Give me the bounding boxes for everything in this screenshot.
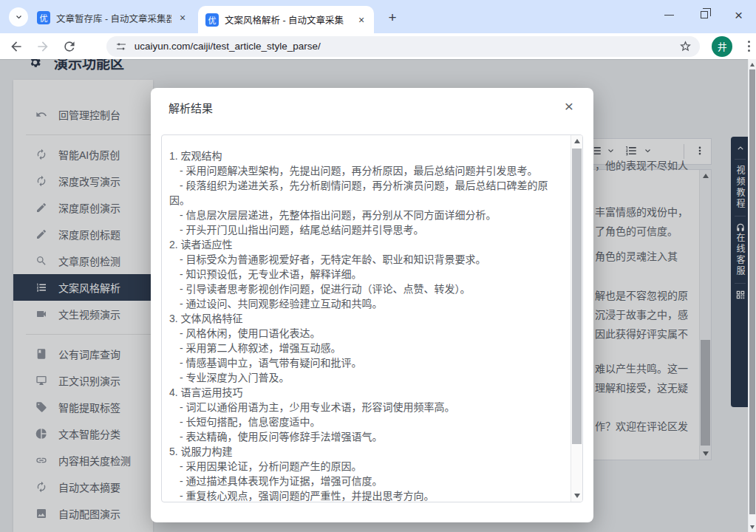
parse-result-line: 4. 语言运用技巧 (169, 385, 565, 400)
site-favicon: 优 (205, 13, 219, 27)
parse-result-line: - 知识预设低，无专业术语，解释详细。 (169, 267, 565, 282)
tab-strip: 优 文章暂存库 - 自动文章采集器-优 × 优 文案风格解析 - 自动文章采集 … (0, 0, 756, 33)
parse-result-text: 1. 宏观结构 - 采用问题解决型架构，先提出问题，再分析原因，最后总结问题并引… (162, 135, 571, 502)
bookmark-star-icon[interactable] (678, 39, 692, 53)
restore-button[interactable] (687, 0, 721, 30)
parse-result-line: - 段落组织为递进关系，先分析剧情问题，再分析演员问题，最后总结口碑差的原因。 (169, 178, 565, 208)
scroll-up-icon[interactable] (571, 135, 582, 147)
parse-result-line: - 引导读者思考影视创作问题，促进行动（评论、点赞、转发）。 (169, 282, 565, 296)
dialog-title: 解析结果 (168, 100, 213, 115)
dialog-scrollbar[interactable] (571, 135, 582, 502)
browser-menu-button[interactable] (741, 38, 756, 55)
close-icon: × (735, 8, 743, 22)
dialog-close-button[interactable]: × (559, 97, 579, 116)
url-input[interactable]: ucaiyun.com/caiji/test_article_style_par… (134, 41, 678, 52)
parse-result-line: - 采用问题解决型架构，先提出问题，再分析原因，最后总结问题并引发思考。 (169, 163, 565, 178)
new-tab-button[interactable]: + (383, 8, 402, 27)
parse-result-line: - 通过描述具体表现作为证据，增强可信度。 (169, 474, 565, 488)
page-scrollbar[interactable] (748, 59, 756, 532)
site-settings-icon[interactable] (115, 41, 127, 52)
parse-result-line: - 信息层次层层递进，先整体指出问题，再分别从不同方面详细分析。 (169, 208, 565, 222)
parse-result-line: 3. 文体风格特征 (169, 311, 565, 326)
forward-button[interactable] (35, 39, 50, 54)
parse-result-line: - 表达精确，使用反问等修辞手法增强语气。 (169, 429, 565, 444)
parse-result-line: - 风格休闲，使用口语化表达。 (169, 326, 565, 341)
reload-button[interactable] (62, 39, 77, 54)
parse-result-line: - 采用因果论证，分析问题产生的原因。 (169, 459, 565, 474)
profile-avatar[interactable]: 井 (712, 36, 732, 57)
parse-result-line: - 情感基调中立，语气带有疑问和批评。 (169, 355, 565, 370)
tab-article-store[interactable]: 优 文章暂存库 - 自动文章采集器-优 × (30, 7, 195, 28)
close-button[interactable]: × (721, 0, 756, 30)
parse-result-line: - 开头开门见山指出问题，结尾总结问题并引导思考。 (169, 222, 565, 237)
parse-result-line: - 重复核心观点，强调问题的严重性，并提出思考方向。 (169, 488, 565, 502)
tab-close-icon[interactable]: × (355, 13, 368, 27)
parse-result-box: 1. 宏观结构 - 采用问题解决型架构，先提出问题，再分析原因，最后总结问题并引… (161, 134, 583, 502)
tab-search-button[interactable] (9, 7, 28, 27)
scrollbar-thumb[interactable] (572, 149, 582, 444)
browser-window: 优 文章暂存库 - 自动文章采集器-优 × 优 文案风格解析 - 自动文章采集 … (0, 0, 756, 532)
parse-result-line: 2. 读者适应性 (169, 237, 565, 252)
minimize-button[interactable] (652, 0, 687, 30)
parse-result-line: - 目标受众为普通影视爱好者，无特定年龄、职业和知识背景要求。 (169, 252, 565, 267)
parse-result-line: - 采用第二人称叙述，增强互动感。 (169, 341, 565, 355)
scroll-down-icon[interactable] (571, 490, 582, 502)
parse-result-line: 1. 宏观结构 (169, 149, 565, 163)
browser-toolbar: ucaiyun.com/caiji/test_article_style_par… (0, 33, 756, 59)
scroll-down-icon[interactable] (749, 521, 756, 532)
window-controls: × (652, 0, 756, 33)
parse-result-line: - 词汇以通俗用语为主，少用专业术语，形容词使用频率高。 (169, 400, 565, 415)
parse-result-line: - 专业深度为入门普及。 (169, 370, 565, 385)
scrollbar-thumb[interactable] (749, 69, 755, 514)
tab-title: 文案风格解析 - 自动文章采集 (225, 13, 350, 27)
parse-result-line: 5. 说服力构建 (169, 444, 565, 459)
restore-icon (701, 11, 708, 18)
parse-result-dialog: 解析结果 × 1. 宏观结构 - 采用问题解决型架构，先提出问题，再分析原因，最… (151, 88, 593, 522)
tab-close-icon[interactable]: × (176, 11, 189, 24)
back-button[interactable] (9, 39, 24, 54)
parse-result-line: - 通过设问、共同观影经验建立互动和共鸣。 (169, 296, 565, 311)
scroll-up-icon[interactable] (749, 59, 756, 70)
minimize-icon (664, 15, 674, 16)
parse-result-line: - 长短句搭配，信息密度适中。 (169, 415, 565, 429)
omnibox[interactable]: ucaiyun.com/caiji/test_article_style_par… (106, 36, 700, 57)
tab-title: 文章暂存库 - 自动文章采集器-优 (56, 11, 171, 25)
site-favicon: 优 (37, 11, 50, 24)
chevron-down-icon (14, 13, 24, 22)
tab-style-parse[interactable]: 优 文案风格解析 - 自动文章采集 × (198, 6, 374, 33)
